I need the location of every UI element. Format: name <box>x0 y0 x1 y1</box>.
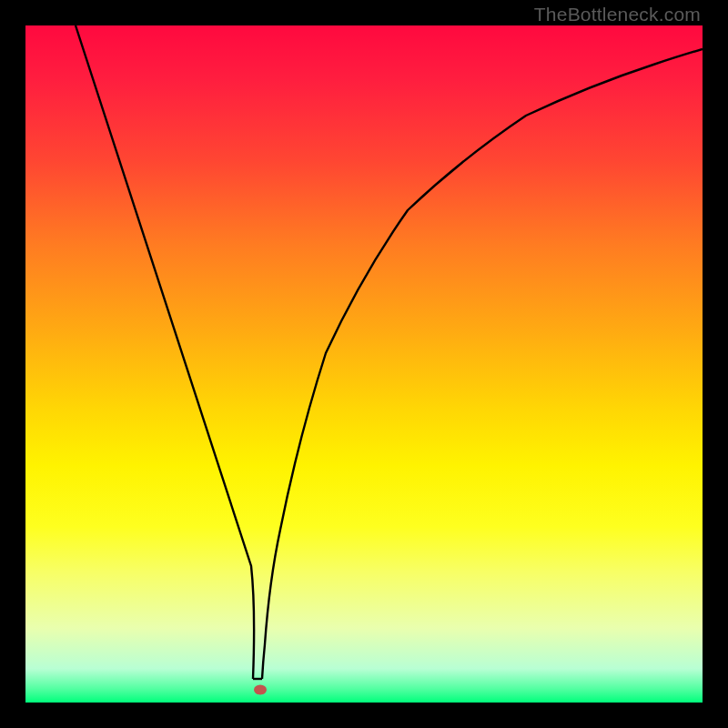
optimal-point-marker <box>254 685 267 695</box>
plot-area <box>25 25 703 703</box>
curve-right-segment <box>262 49 703 679</box>
curve-left-segment <box>76 25 254 679</box>
chart-container: TheBottleneck.com <box>0 0 728 728</box>
bottleneck-curve <box>25 25 703 703</box>
watermark-text: TheBottleneck.com <box>534 4 701 25</box>
